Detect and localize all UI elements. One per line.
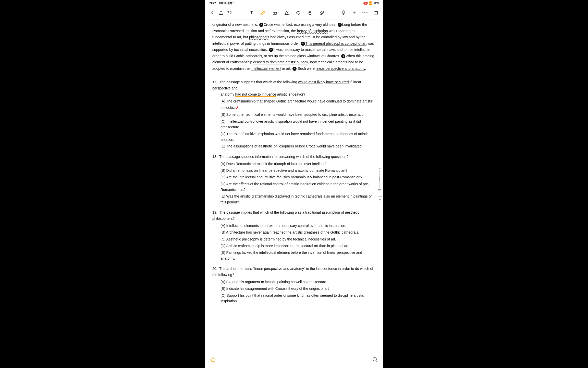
q20-underline: order of some kind has often seemed	[274, 293, 333, 297]
time: 09:22	[209, 2, 216, 5]
q20-choice-c: (C) Support his point that rational orde…	[220, 293, 376, 304]
q17-underline-1: would most likely have occurred	[298, 80, 349, 84]
add-button[interactable]: +	[350, 9, 358, 17]
passage-text: originator of a new aesthetic. 2Croce wa…	[212, 21, 376, 72]
share-button[interactable]	[217, 9, 225, 17]
q20-num: 20.	[212, 267, 217, 271]
sentence-marker-5: 5	[269, 48, 273, 52]
undo-button[interactable]	[226, 9, 234, 17]
svg-point-5	[366, 12, 368, 13]
record-indicator	[363, 2, 368, 5]
status-bar: 09:22 8月16日周二 ··· 📶 72%	[205, 0, 383, 6]
battery-level: 72%	[374, 2, 379, 5]
svg-point-1	[297, 12, 300, 14]
q18-choice-e: (E) Was the artistic craftsmanship displ…	[220, 193, 376, 205]
sentence-marker-3: 3	[338, 23, 342, 27]
hand-tool-button[interactable]	[306, 9, 314, 17]
pencil-tool-button[interactable]	[259, 9, 267, 17]
q19-choice-e: (E) Paintings lacked the intellectual el…	[220, 250, 376, 261]
croce-text: Croce	[264, 22, 273, 27]
back-button[interactable]	[208, 9, 216, 17]
status-right: ··· 📶 72%	[358, 1, 379, 5]
more-options-button[interactable]	[361, 9, 369, 17]
toolbar-center: T	[247, 9, 326, 17]
passage-container: originator of a new aesthetic. 2Croce wa…	[212, 19, 376, 73]
svg-point-3	[362, 12, 363, 13]
q18-num: 18.	[212, 155, 217, 159]
q17-continuation: anatomy had not come to influence artist…	[220, 91, 376, 98]
text-tool-button[interactable]: T	[247, 9, 255, 17]
sentence-marker-6: 6	[341, 54, 345, 58]
linear-perspective-text: linear perspective and anatomy	[316, 66, 365, 71]
q19-choice-c: (C) Aesthetic philosophy is determined b…	[220, 236, 376, 242]
shape-tool-button[interactable]	[283, 9, 291, 17]
q19-num: 19.	[212, 210, 217, 214]
question-18: 18. The passage supplies information for…	[212, 154, 376, 205]
q17-choice-a: (A) The craftsmanship that shaped Gothic…	[220, 98, 376, 111]
date: 8月16日周二	[219, 1, 235, 5]
frenzy-text: frenzy of inspiration	[297, 29, 328, 33]
question-18-text: 18. The passage supplies information for…	[212, 154, 376, 160]
scroll-indicator[interactable]: ▲ 29 / 498 ▼	[378, 167, 382, 201]
scroll-down-button[interactable]: ▼	[378, 198, 381, 201]
q17-choice-d: (D) The role of intuitive inspiration wo…	[220, 131, 376, 143]
philosophic-concept-text: This general philosophic concept of art	[305, 41, 366, 46]
q19-choice-a: (A) Intellectual elements in art exert a…	[220, 223, 376, 228]
q18-body: The passage supplies information for ans…	[219, 155, 348, 159]
microphone-button[interactable]	[339, 9, 348, 17]
q20-choice-b: (B) Indicate his disagreement with Croce…	[220, 286, 376, 291]
sentence-marker-7: 7	[292, 67, 297, 71]
sentence-marker-2: 2	[259, 23, 263, 27]
q18-choice-d: (D) Are the effects of the rational cont…	[220, 181, 376, 193]
q17-choice-e: (E) The assumptions of aesthetic philoso…	[220, 143, 376, 149]
scroll-divider: /	[379, 192, 380, 195]
q18-choice-b: (B) Did an emphasis on linear perspectiv…	[220, 168, 376, 173]
philosophers-text: philosophers	[249, 35, 269, 39]
bottom-bar	[205, 353, 383, 368]
intellectual-element-text: intellectual element	[251, 66, 281, 71]
toolbar-left	[208, 9, 234, 17]
technical-necessities-text: technical necessities	[234, 48, 267, 52]
q17-choice-b: (B) Some other technical elements would …	[220, 112, 376, 117]
q20-body: The author mentions "linear perspective …	[212, 267, 373, 277]
question-20-text: 20. The author mentions "linear perspect…	[212, 266, 376, 278]
content-area: originator of a new aesthetic. 2Croce wa…	[205, 19, 383, 353]
toolbar-right: +	[339, 9, 380, 17]
pages-button[interactable]	[372, 9, 380, 17]
question-17-text: 17. The passage suggests that which of t…	[212, 79, 376, 91]
sentence-marker-4: 4	[301, 42, 305, 46]
lasso-tool-button[interactable]	[294, 9, 302, 17]
q17-num: 17.	[212, 80, 217, 84]
scroll-page-total: 498	[378, 195, 382, 198]
scroll-page-current: 29	[378, 189, 381, 192]
q17-body: The passage suggests that which of the f…	[212, 80, 361, 90]
svg-rect-6	[374, 12, 377, 15]
search-button[interactable]	[372, 357, 378, 364]
more-dots: ···	[358, 1, 362, 5]
toolbar: T	[205, 6, 383, 19]
q18-choice-a: (A) Does Romantic art exhibit the triump…	[220, 161, 376, 167]
q19-choice-b: (B) Architecture has never again reached…	[220, 229, 376, 235]
question-20: 20. The author mentions "linear perspect…	[212, 266, 376, 304]
q18-choice-c: (C) Are the intellectual and intuitive f…	[220, 174, 376, 180]
q20-choice-a: (A) Expand his argument to include paint…	[220, 279, 376, 285]
status-left: 09:22 8月16日周二	[209, 1, 235, 5]
cross-mark: ✗	[236, 105, 239, 110]
questions-container: 17. The passage suggests that which of t…	[212, 78, 376, 304]
svg-point-4	[364, 12, 365, 13]
eraser-tool-button[interactable]	[271, 9, 279, 17]
q17-choice-c: (C) Intellectual control over artistic i…	[220, 119, 376, 130]
scroll-track	[379, 170, 380, 188]
bookmark-button[interactable]	[210, 357, 216, 364]
q19-choice-d: (D) Artistic craftsmanship is more impor…	[220, 243, 376, 249]
svg-rect-0	[273, 12, 277, 14]
ceased-text: ceased to dominate artists' outlook	[253, 60, 308, 64]
wifi-icon: 📶	[369, 1, 373, 5]
svg-rect-2	[343, 11, 344, 13]
link-tool-button[interactable]	[318, 9, 326, 17]
scroll-up-button[interactable]: ▲	[378, 167, 381, 170]
q19-body: The passage implies that which of the fo…	[212, 210, 359, 221]
device-frame: 09:22 8月16日周二 ··· 📶 72%	[205, 0, 383, 368]
question-19: 19. The passage implies that which of th…	[212, 210, 376, 261]
question-17: 17. The passage suggests that which of t…	[212, 79, 376, 149]
